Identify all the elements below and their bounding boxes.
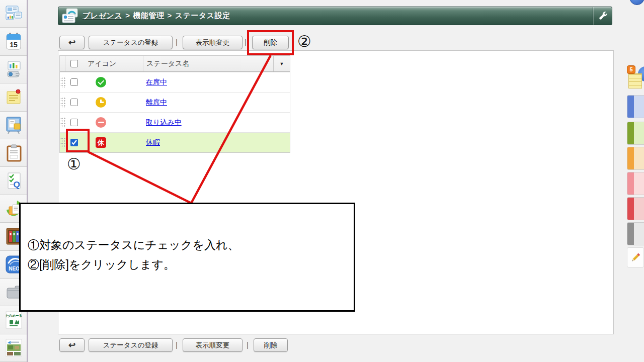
breadcrumb-separator: > [125,11,130,20]
app-header-bar: プレゼンス>機能管理>ステータス設定 [58,7,612,25]
sidebar-item-survey[interactable]: Q [0,167,27,195]
sidebar-item-notes[interactable]: 5 [627,65,644,90]
toolbar-separator: | [176,340,178,349]
row-checkbox-cell [65,93,83,112]
sidebar-item-green-chip[interactable] [627,122,644,145]
sidebar-item-orange-chip[interactable] [627,147,644,170]
delete-button-bottom[interactable]: 削除 [254,338,288,352]
sidebar-item-edit[interactable] [627,247,644,267]
toolbar-separator: | [245,38,247,46]
sidebar-item-pink-chip[interactable] [627,172,644,195]
row-checkbox[interactable] [70,139,78,146]
row-checkbox[interactable] [70,119,78,126]
reorder-button-bottom[interactable]: 表示順変更 [183,338,243,352]
help-ball-partial[interactable] [629,0,644,5]
status-icon-cell [83,93,143,112]
breadcrumb-app-link[interactable]: プレゼンス [83,11,122,20]
instruction-box: ①対象のステータスにチェックを入れ、 ②[削除]をクリックします。 [19,203,355,312]
status-link[interactable]: 在席中 [146,78,167,87]
drag-handle[interactable] [60,133,65,152]
table-header-row: アイコン ステータス名 ▼ [60,56,290,72]
breadcrumb: プレゼンス>機能管理>ステータス設定 [83,11,230,21]
status-link[interactable]: 休暇 [146,138,160,147]
drag-handle[interactable] [60,113,65,132]
toolbar-separator: | [176,38,178,46]
drag-handle[interactable] [60,93,65,112]
table-row-away: 離席中 [60,92,290,112]
settings-wrench-button[interactable] [593,7,612,25]
row-checkbox-cell [65,133,83,152]
notes-icon: 5 [627,65,644,90]
sidebar-item-schedule[interactable]: 15 [0,28,27,55]
gray-chip-icon [627,222,644,245]
breadcrumb-separator: > [168,11,172,20]
select-all-checkbox[interactable] [70,60,78,67]
blue-chip-icon [627,95,644,118]
row-checkbox[interactable] [70,99,78,106]
back-arrow-icon: ↩ [68,340,75,350]
sidebar-item-ad-banner[interactable] [0,334,27,362]
register-status-button-top[interactable]: ステータスの登録 [89,36,173,49]
register-status-button-bottom[interactable]: ステータスの登録 [89,338,173,352]
table-row-available: 在席中 [60,72,290,92]
status-name-cell: 休暇 [143,133,290,152]
schedule-icon: 15 [4,32,24,52]
breadcrumb-section: 機能管理 [133,11,165,20]
pencil-icon [627,247,644,267]
sidebar-item-gray-chip[interactable] [627,222,644,245]
svg-text:NEO: NEO [9,266,20,272]
row-checkbox[interactable] [70,78,78,86]
status-link[interactable]: 離席中 [146,98,167,107]
status-name-cell: 取り込み中 [143,113,290,132]
survey-icon: Q [4,171,24,191]
presence-app-icon [61,8,78,24]
status-away-icon [96,97,106,108]
sidebar-item-blue-chip[interactable] [627,95,644,118]
wrench-icon [598,11,608,21]
status-link[interactable]: 取り込み中 [146,118,182,127]
pink-chip-icon [627,172,644,195]
sidebar-item-presentation[interactable] [0,56,27,83]
svg-text:Q: Q [13,180,20,190]
row-checkbox-cell [65,72,83,92]
status-icon-cell [83,72,143,92]
presence-settings-screen: 15 [0,0,644,362]
status-icon-cell: 休 [83,133,143,152]
sidebar-item-red-chip[interactable] [627,197,644,220]
step1-marker: ① [67,155,81,173]
green-chip-icon [627,122,644,145]
orange-chip-icon [627,147,644,170]
instruction-line-2: ②[削除]をクリックします。 [28,255,347,275]
back-button-bottom[interactable]: ↩ [59,338,85,352]
status-icon-cell [83,113,143,132]
reorder-button-top[interactable]: 表示順変更 [183,36,243,49]
status-available-icon [96,77,106,87]
sidebar-item-bulletin[interactable] [0,112,27,139]
drag-handle[interactable] [60,72,65,92]
instruction-line-1: ①対象のステータスにチェックを入れ、 [28,235,347,255]
report-icon [4,143,24,163]
step2-marker: ② [297,32,311,51]
chevron-down-icon: ▼ [280,61,284,66]
ad-banner-icon [4,338,24,358]
row-checkbox-cell [65,113,83,132]
back-arrow-icon: ↩ [68,37,75,48]
tanomail-icon: たのめーる [4,310,24,330]
status-busy-icon [96,117,106,128]
table-row-vacation: 休 休暇 [60,132,290,152]
svg-text:15: 15 [10,41,18,49]
breadcrumb-page: ステータス設定 [175,11,230,20]
back-button-top[interactable]: ↩ [59,36,85,49]
delete-button-top[interactable]: 削除 [252,36,289,49]
column-menu-button[interactable]: ▼ [273,56,290,71]
sidebar-item-report[interactable] [0,139,27,167]
red-chip-icon [627,197,644,220]
portal-icon [4,4,24,24]
status-name-cell: 在席中 [143,72,290,92]
sidebar-item-memo[interactable] [0,83,27,111]
table-row-busy: 取り込み中 [60,112,290,132]
toolbar-separator: | [247,340,249,349]
sidebar-item-portal[interactable] [0,0,27,28]
name-column-header: ステータス名 [143,56,273,71]
svg-text:たのめーる: たのめーる [5,314,22,318]
